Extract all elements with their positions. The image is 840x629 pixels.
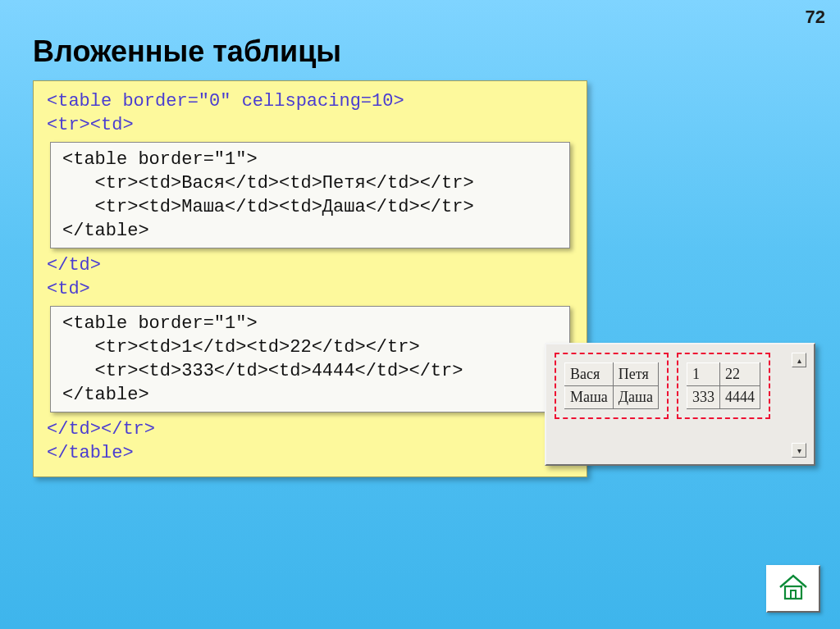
code-line: <tr><td>Вася</td><td>Петя</td></tr> xyxy=(57,171,563,195)
code-line: <tr><td>333</td><td>4444</td></tr> xyxy=(57,359,563,383)
inner-code-block-2: <table border="1"> <tr><td>1</td><td>22<… xyxy=(50,306,570,412)
scroll-down-icon[interactable]: ▾ xyxy=(792,443,806,458)
inner-code-block-1: <table border="1"> <tr><td>Вася</td><td>… xyxy=(50,142,570,248)
table-cell: 4444 xyxy=(719,386,760,409)
code-line: <td> xyxy=(42,277,578,301)
table-cell: 22 xyxy=(719,363,760,386)
sample-table-1: Вася Петя Маша Даша xyxy=(564,362,659,409)
home-button[interactable] xyxy=(766,565,820,613)
table-cell: 1 xyxy=(687,363,719,386)
sample-table-2: 1 22 333 4444 xyxy=(687,362,760,409)
code-line: <table border="0" cellspacing=10> xyxy=(42,89,578,113)
svg-rect-0 xyxy=(785,586,801,599)
table-cell: Маша xyxy=(565,386,614,409)
code-line: </table> xyxy=(42,441,578,465)
page-number: 72 xyxy=(806,7,825,28)
preview-window: Вася Петя Маша Даша 1 22 333 4444 ▴ ▾ xyxy=(545,343,815,466)
code-line: <tr><td>Маша</td><td>Даша</td></tr> xyxy=(57,195,563,219)
table-cell: 333 xyxy=(687,386,719,409)
code-line: <table border="1"> xyxy=(57,148,563,171)
outer-cell-dashed: Вася Петя Маша Даша xyxy=(555,353,669,419)
table-cell: Даша xyxy=(613,386,658,409)
code-line: </td></tr> xyxy=(42,417,578,441)
code-line: </table> xyxy=(57,219,563,243)
code-panel: <table border="0" cellspacing=10> <tr><t… xyxy=(33,80,587,477)
scroll-up-icon[interactable]: ▴ xyxy=(792,353,806,367)
code-line: </table> xyxy=(57,383,563,407)
code-line: <tr><td>1</td><td>22</td></tr> xyxy=(57,335,563,359)
table-cell: Вася xyxy=(565,363,614,386)
svg-rect-1 xyxy=(791,590,796,599)
home-icon xyxy=(777,572,810,605)
code-line: <table border="1"> xyxy=(57,312,563,335)
code-line: </td> xyxy=(42,253,578,277)
scrollbar[interactable]: ▴ ▾ xyxy=(791,353,807,458)
outer-cell-dashed: 1 22 333 4444 xyxy=(677,353,770,419)
table-cell: Петя xyxy=(613,363,658,386)
code-line: <tr><td> xyxy=(42,113,578,137)
slide-title: Вложенные таблицы xyxy=(33,34,341,69)
